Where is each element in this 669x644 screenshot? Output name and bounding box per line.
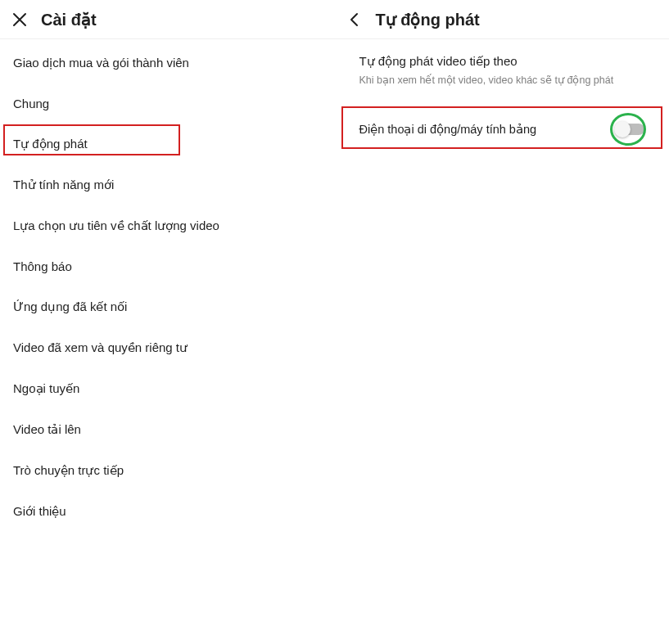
settings-panel-right: Tự động phát Tự động phát video tiếp the…: [335, 0, 670, 644]
settings-item-general[interactable]: Chung: [0, 83, 335, 124]
page-title-right: Tự động phát: [376, 10, 480, 29]
autoplay-section: Tự động phát video tiếp theo Khi bạn xem…: [335, 39, 670, 98]
header-right: Tự động phát: [335, 0, 670, 39]
back-icon[interactable]: [345, 10, 364, 29]
settings-item-about[interactable]: Giới thiệu: [0, 491, 335, 532]
page-title-left: Cài đặt: [41, 10, 97, 29]
autoplay-device-row: Điện thoại di động/máy tính bảng: [335, 110, 670, 149]
settings-item-history-privacy[interactable]: Video đã xem và quyền riêng tư: [0, 327, 335, 368]
close-icon[interactable]: [10, 10, 29, 29]
settings-item-uploads[interactable]: Video tải lên: [0, 409, 335, 450]
settings-item-connected-apps[interactable]: Ứng dụng đã kết nối: [0, 286, 335, 327]
settings-item-offline[interactable]: Ngoại tuyến: [0, 368, 335, 409]
settings-item-livechat[interactable]: Trò chuyện trực tiếp: [0, 450, 335, 491]
settings-list: Giao dịch mua và gói thành viên Chung Tự…: [0, 39, 335, 532]
autoplay-section-subtitle: Khi bạn xem hết một video, video khác sẽ…: [359, 74, 645, 88]
autoplay-toggle[interactable]: [617, 124, 644, 135]
settings-item-notifications[interactable]: Thông báo: [0, 246, 335, 286]
header-left: Cài đặt: [0, 0, 335, 39]
autoplay-section-title: Tự động phát video tiếp theo: [359, 54, 645, 69]
autoplay-device-label: Điện thoại di động/máy tính bảng: [359, 123, 537, 136]
toggle-knob: [614, 121, 631, 137]
toggle-wrap: [617, 124, 644, 135]
settings-panel-left: Cài đặt Giao dịch mua và gói thành viên …: [0, 0, 335, 644]
settings-item-purchases[interactable]: Giao dịch mua và gói thành viên: [0, 43, 335, 83]
settings-item-try-new[interactable]: Thử tính năng mới: [0, 164, 335, 205]
settings-item-autoplay[interactable]: Tự động phát: [0, 124, 335, 164]
settings-item-quality[interactable]: Lựa chọn ưu tiên về chất lượng video: [0, 205, 335, 246]
